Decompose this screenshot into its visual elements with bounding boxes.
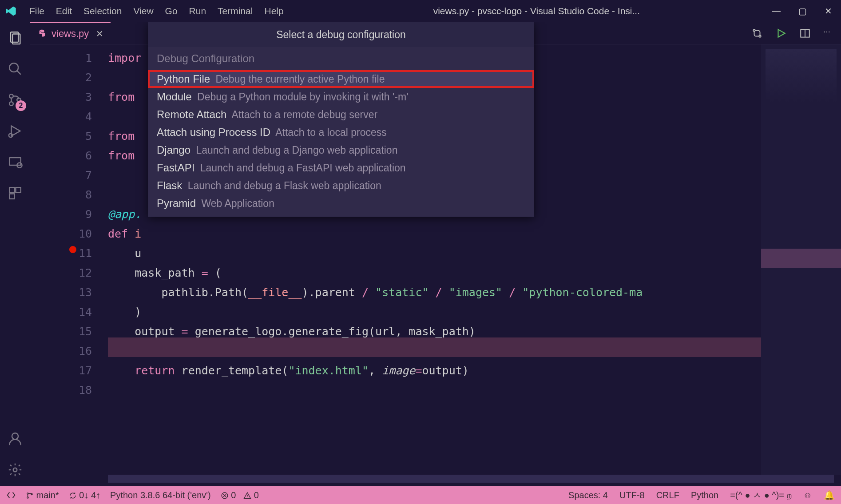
more-actions-icon[interactable]: ⋯ (823, 28, 830, 39)
menu-file[interactable]: File (29, 6, 44, 16)
indentation-status[interactable]: Spaces: 4 (568, 490, 608, 500)
horizontal-scrollbar[interactable] (108, 475, 834, 483)
activity-bar: 2 (0, 22, 30, 486)
menu-view[interactable]: View (133, 6, 153, 16)
quickpick-item[interactable]: Pyramid Web Application (148, 194, 534, 212)
minimize-icon[interactable]: — (772, 6, 781, 16)
menu-go[interactable]: Go (165, 6, 178, 16)
source-control-icon[interactable]: 2 (8, 92, 23, 107)
accounts-icon[interactable] (8, 431, 23, 446)
line-gutter: 123456789101112131415161718 (30, 44, 108, 475)
scm-badge: 2 (16, 100, 26, 111)
python-interpreter[interactable]: Python 3.8.6 64-bit ('env') (110, 490, 211, 500)
quickpick-item[interactable]: Attach using Process ID Attach to a loca… (148, 123, 534, 141)
close-icon[interactable]: ✕ (825, 6, 832, 16)
run-debug-icon[interactable] (8, 123, 23, 139)
menu-selection[interactable]: Selection (83, 6, 122, 16)
main-body: 2 views.py ✕ (0, 22, 841, 486)
quickpick-list: Python File Debug the currently active P… (148, 70, 534, 217)
quickpick-title: Select a debug configuration (148, 22, 534, 47)
menu-terminal[interactable]: Terminal (218, 6, 253, 16)
svg-point-22 (27, 497, 28, 498)
sync-status[interactable]: 0↓ 4↑ (69, 490, 100, 500)
quickpick-item[interactable]: FastAPI Launch and debug a FastAPI web a… (148, 159, 534, 177)
titlebar: File Edit Selection View Go Run Terminal… (0, 0, 841, 22)
remote-icon[interactable] (8, 155, 23, 170)
window-title: views.py - pvscc-logo - Visual Studio Co… (305, 6, 768, 16)
svg-rect-9 (9, 158, 21, 165)
minimap-content (766, 49, 837, 102)
editor-actions: ⋯ (751, 28, 841, 39)
compare-changes-icon[interactable] (751, 28, 763, 39)
svg-point-2 (9, 63, 18, 72)
problems-status[interactable]: 0 0 (221, 490, 259, 500)
menu-bar: File Edit Selection View Go Run Terminal… (29, 6, 284, 16)
face-status[interactable]: =(^ ● ㅅ ● ^)= ற (730, 489, 791, 501)
svg-rect-11 (9, 187, 14, 192)
window-controls: — ▢ ✕ (772, 6, 832, 16)
menu-edit[interactable]: Edit (56, 6, 72, 16)
editor-area: views.py ✕ ⋯ 123456789101112131415161718… (30, 22, 841, 486)
svg-marker-18 (778, 29, 785, 37)
quickpick-item[interactable]: Python File Debug the currently active P… (148, 70, 534, 88)
svg-point-17 (759, 35, 761, 37)
breakpoint-icon[interactable] (69, 246, 76, 253)
quickpick-debug-config: Select a debug configuration Debug Confi… (148, 22, 534, 217)
svg-point-14 (12, 433, 18, 439)
language-mode[interactable]: Python (691, 490, 718, 500)
quickpick-item[interactable]: Flask Launch and debug a Flask web appli… (148, 177, 534, 194)
vscode-logo-icon (4, 5, 17, 17)
run-icon[interactable] (775, 28, 787, 39)
quickpick-item[interactable]: Remote Attach Attach to a remote debug s… (148, 106, 534, 123)
svg-point-5 (9, 102, 13, 106)
eol-status[interactable]: CRLF (656, 490, 679, 500)
remote-indicator-icon[interactable] (6, 490, 16, 500)
split-editor-icon[interactable] (799, 28, 811, 39)
statusbar: main* 0↓ 4↑ Python 3.8.6 64-bit ('env') … (0, 486, 841, 504)
svg-point-15 (13, 468, 17, 472)
notifications-bell-icon[interactable]: 🔔 (824, 490, 835, 500)
maximize-icon[interactable]: ▢ (798, 6, 807, 16)
svg-rect-12 (16, 187, 20, 192)
quickpick-item[interactable]: Django Launch and debug a Django web app… (148, 141, 534, 159)
tab-views-py[interactable]: views.py ✕ (30, 22, 111, 44)
tab-close-icon[interactable]: ✕ (96, 28, 103, 39)
svg-point-4 (9, 94, 13, 98)
svg-line-3 (17, 71, 21, 75)
minimap[interactable] (761, 44, 841, 475)
extensions-icon[interactable] (8, 186, 23, 201)
menu-run[interactable]: Run (189, 6, 206, 16)
svg-rect-13 (9, 194, 14, 198)
search-icon[interactable] (8, 61, 23, 76)
feedback-icon[interactable]: ☺ (803, 490, 812, 500)
minimap-highlight (761, 249, 841, 268)
quickpick-hint: Debug Configuration (148, 47, 534, 70)
settings-gear-icon[interactable] (8, 462, 23, 477)
svg-point-16 (753, 29, 755, 31)
git-branch[interactable]: main* (26, 490, 59, 500)
quickpick-item[interactable]: Module Debug a Python module by invoking… (148, 88, 534, 106)
tab-filename: views.py (52, 28, 89, 40)
python-file-icon (37, 29, 47, 39)
menu-help[interactable]: Help (264, 6, 283, 16)
explorer-icon[interactable] (8, 30, 23, 45)
encoding-status[interactable]: UTF-8 (619, 490, 645, 500)
svg-point-21 (27, 493, 28, 494)
